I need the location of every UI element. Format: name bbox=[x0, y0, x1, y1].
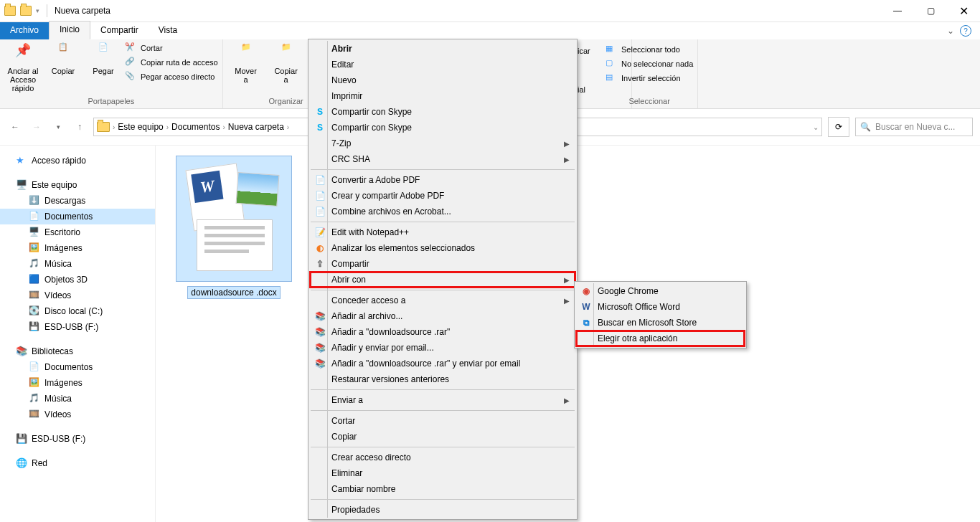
sidebar-item-quick-access[interactable]: ★Acceso rápido bbox=[0, 153, 155, 169]
file-item[interactable]: W downloadsource .docx bbox=[170, 156, 298, 299]
open-with-submenu: ◉Google ChromeWMicrosoft Office Word⧉Bus… bbox=[574, 281, 747, 348]
menu-item-icon: 📚 bbox=[314, 310, 326, 322]
qat-dropdown-icon[interactable]: ▾ bbox=[36, 7, 39, 14]
sidebar-item-objetos-3d[interactable]: 🟦Objetos 3D bbox=[0, 272, 155, 288]
sidebar-item-lib-documentos[interactable]: 📄Documentos bbox=[0, 359, 155, 375]
copy-button[interactable]: 📋Copiar bbox=[44, 41, 82, 75]
quick-access-toolbar: ▾ Nueva carpeta bbox=[0, 4, 115, 17]
minimize-button[interactable]: ― bbox=[881, 0, 914, 22]
breadcrumb[interactable]: Documentos› bbox=[171, 122, 225, 132]
menu-item-icon: ◉ bbox=[580, 285, 592, 297]
file-name[interactable]: downloadsource .docx bbox=[187, 286, 280, 299]
menu-item-convertir-a-adobe-pdf[interactable]: 📄Convertir a Adobe PDF bbox=[310, 172, 575, 188]
move-to-button[interactable]: 📁Mover a bbox=[227, 41, 265, 84]
sidebar-item-lib-vídeos[interactable]: 🎞️Vídeos bbox=[0, 407, 155, 422]
menu-item-abrir[interactable]: Abrir bbox=[310, 41, 575, 57]
sidebar-item-lib-música[interactable]: 🎵Música bbox=[0, 391, 155, 407]
menu-item-icon: 📚 bbox=[314, 326, 326, 338]
menu-item-icon: 📄 bbox=[314, 190, 326, 201]
sidebar-item-documentos[interactable]: 📄Documentos bbox=[0, 209, 155, 224]
menu-item-microsoft-office-word[interactable]: WMicrosoft Office Word bbox=[576, 299, 745, 315]
folder-icon bbox=[20, 5, 32, 16]
address-dropdown-icon[interactable]: ⌄ bbox=[813, 123, 819, 131]
sidebar-item-esd-usb[interactable]: 💾ESD-USB (F:) bbox=[0, 431, 155, 447]
menu-item-elegir-otra-aplicaci-n[interactable]: Elegir otra aplicación bbox=[576, 331, 745, 346]
menu-item-a-adir-y-enviar-por-email[interactable]: 📚Añadir y enviar por email... bbox=[310, 340, 575, 356]
breadcrumb[interactable]: Nueva carpeta› bbox=[228, 122, 289, 132]
menu-item-a-adir-al-archivo[interactable]: 📚Añadir al archivo... bbox=[310, 308, 575, 324]
sidebar-item-im-genes[interactable]: 🖼️Imágenes bbox=[0, 240, 155, 256]
menu-item-google-chrome[interactable]: ◉Google Chrome bbox=[576, 283, 745, 299]
ribbon-collapse-icon[interactable]: ⌄ bbox=[947, 26, 954, 36]
menu-item-crc-sha[interactable]: CRC SHA▶ bbox=[310, 151, 575, 167]
menu-item-cortar[interactable]: Cortar bbox=[310, 413, 575, 429]
menu-item-restaurar-versiones-anteriores[interactable]: Restaurar versiones anteriores bbox=[310, 371, 575, 387]
submenu-arrow-icon: ▶ bbox=[564, 397, 570, 404]
copy-path-button[interactable]: 🔗Copiar ruta de acceso bbox=[125, 57, 218, 68]
menu-item-eliminar[interactable]: Eliminar bbox=[310, 465, 575, 481]
select-none-button[interactable]: ▢No seleccionar nada bbox=[606, 58, 693, 70]
submenu-arrow-icon: ▶ bbox=[564, 156, 570, 163]
menu-item-7-zip[interactable]: 7-Zip▶ bbox=[310, 136, 575, 151]
maximize-button[interactable]: ▢ bbox=[914, 0, 947, 22]
menu-item-icon: 📚 bbox=[314, 358, 326, 369]
sidebar-item-libraries[interactable]: 📚Bibliotecas bbox=[0, 343, 155, 359]
recent-dropdown[interactable]: ▾ bbox=[50, 119, 66, 135]
close-button[interactable]: ✕ bbox=[947, 0, 980, 22]
back-button[interactable]: ← bbox=[7, 119, 23, 135]
tab-home[interactable]: Inicio bbox=[49, 21, 90, 39]
paste-button[interactable]: 📄Pegar bbox=[85, 41, 122, 75]
menu-item-a-adir-a-downloadsource-rar[interactable]: 📚Añadir a "downloadsource .rar" bbox=[310, 324, 575, 340]
tab-share[interactable]: Compartir bbox=[90, 22, 149, 39]
menu-item-cambiar-nombre[interactable]: Cambiar nombre bbox=[310, 481, 575, 497]
title-bar: ▾ Nueva carpeta ― ▢ ✕ bbox=[0, 0, 980, 22]
copy-to-button[interactable]: 📁Copiar a bbox=[268, 41, 305, 84]
sidebar-item-network[interactable]: 🌐Red bbox=[0, 455, 155, 471]
sidebar-item-escritorio[interactable]: 🖥️Escritorio bbox=[0, 224, 155, 240]
menu-item-buscar-en-microsoft-store[interactable]: ⧉Buscar en Microsoft Store bbox=[576, 315, 745, 331]
group-clipboard: 📌 Anclar al Acceso rápido 📋Copiar 📄Pegar… bbox=[0, 39, 223, 108]
menu-item-propiedades[interactable]: Propiedades bbox=[310, 502, 575, 518]
up-button[interactable]: ↑ bbox=[72, 119, 88, 135]
menu-item-analizar-los-elementos-seleccionados[interactable]: ◐Analizar los elementos seleccionados bbox=[310, 240, 575, 256]
submenu-arrow-icon: ▶ bbox=[564, 140, 570, 148]
sidebar-item-esd-usb-f-[interactable]: 💾ESD-USB (F:) bbox=[0, 319, 155, 335]
menu-item-editar[interactable]: Editar bbox=[310, 57, 575, 72]
sidebar-item-v-deos[interactable]: 🎞️Vídeos bbox=[0, 288, 155, 303]
content-pane[interactable]: W downloadsource .docx AbrirEditarNuevoI… bbox=[156, 146, 980, 522]
menu-item-a-adir-a-downloadsource-rar-y-enviar-por-email[interactable]: 📚Añadir a "downloadsource .rar" y enviar… bbox=[310, 356, 575, 371]
menu-item-conceder-acceso-a[interactable]: Conceder acceso a▶ bbox=[310, 293, 575, 308]
breadcrumb[interactable]: Este equipo› bbox=[118, 122, 169, 132]
sidebar-item-descargas[interactable]: ⬇️Descargas bbox=[0, 193, 155, 209]
menu-item-enviar-a[interactable]: Enviar a▶ bbox=[310, 392, 575, 408]
menu-item-crear-acceso-directo[interactable]: Crear acceso directo bbox=[310, 450, 575, 465]
invert-selection-button[interactable]: ▤Invertir selección bbox=[606, 72, 693, 84]
file-thumbnail: W bbox=[176, 156, 292, 282]
cut-button[interactable]: ✂️Cortar bbox=[125, 42, 218, 54]
paste-shortcut-button[interactable]: 📎Pegar acceso directo bbox=[125, 71, 218, 82]
help-icon[interactable]: ? bbox=[960, 25, 971, 37]
menu-item-copiar[interactable]: Copiar bbox=[310, 429, 575, 445]
menu-item-nuevo[interactable]: Nuevo bbox=[310, 72, 575, 88]
tab-file[interactable]: Archivo bbox=[0, 22, 49, 39]
menu-item-edit-with-notepad[interactable]: 📝Edit with Notepad++ bbox=[310, 224, 575, 240]
menu-item-compartir-con-skype[interactable]: SCompartir con Skype bbox=[310, 104, 575, 120]
menu-item-icon: 📄 bbox=[314, 206, 326, 217]
pin-quick-access-button[interactable]: 📌 Anclar al Acceso rápido bbox=[4, 41, 42, 92]
ribbon-tabs: Archivo Inicio Compartir Vista ⌄ ? bbox=[0, 22, 980, 39]
search-input[interactable]: 🔍 Buscar en Nueva c... bbox=[855, 118, 973, 136]
sidebar-item-lib-imágenes[interactable]: 🖼️Imágenes bbox=[0, 375, 155, 391]
refresh-button[interactable]: ⟳ bbox=[828, 117, 849, 137]
sidebar-item-this-pc[interactable]: 🖥️Este equipo bbox=[0, 177, 155, 193]
menu-item-imprimir[interactable]: Imprimir bbox=[310, 88, 575, 104]
sidebar-item-disco-local-c-[interactable]: 💽Disco local (C:) bbox=[0, 303, 155, 319]
menu-item-crear-y-compartir-adobe-pdf[interactable]: 📄Crear y compartir Adobe PDF bbox=[310, 188, 575, 204]
menu-item-compartir[interactable]: ⇪Compartir bbox=[310, 256, 575, 272]
sidebar-item-m-sica[interactable]: 🎵Música bbox=[0, 256, 155, 272]
menu-item-compartir-con-skype[interactable]: SCompartir con Skype bbox=[310, 120, 575, 136]
select-all-button[interactable]: ▦Seleccionar todo bbox=[606, 44, 693, 55]
menu-item-combine-archivos-en-acrobat[interactable]: 📄Combine archivos en Acrobat... bbox=[310, 204, 575, 219]
tab-view[interactable]: Vista bbox=[149, 22, 187, 39]
forward-button[interactable]: → bbox=[29, 119, 44, 135]
menu-item-abrir-con[interactable]: Abrir con▶ bbox=[310, 272, 575, 288]
